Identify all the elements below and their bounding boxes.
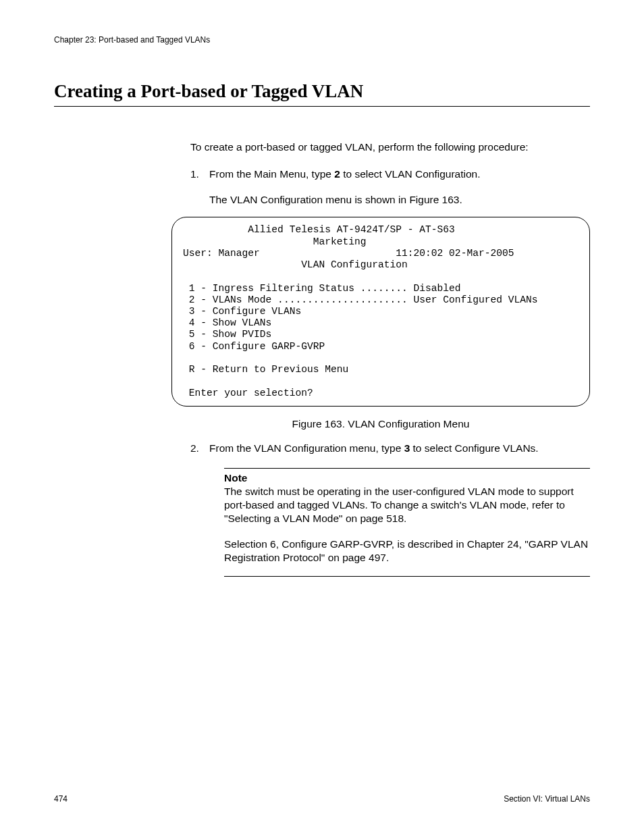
step-number: 2. <box>190 442 209 455</box>
note-paragraph: Selection 6, Configure GARP-GVRP, is des… <box>224 538 590 565</box>
bold-key: 3 <box>404 442 410 454</box>
step-number: 1. <box>190 167 209 181</box>
step-text: From the Main Menu, type 2 to select VLA… <box>209 167 590 181</box>
page-number: 474 <box>54 794 68 804</box>
terminal-option: 1 - Ingress Filtering Status ........ Di… <box>183 283 461 294</box>
figure-caption: Figure 163. VLAN Configuration Menu <box>171 417 590 431</box>
bold-key: 2 <box>334 168 340 180</box>
terminal-prompt: Enter your selection? <box>183 388 313 398</box>
terminal-option: R - Return to Previous Menu <box>183 364 348 375</box>
intro-text: To create a port-based or tagged VLAN, p… <box>190 140 590 154</box>
note-rule-top <box>224 468 590 469</box>
note-paragraph: The switch must be operating in the user… <box>224 485 590 525</box>
terminal-line: VLAN Configuration <box>183 259 408 270</box>
step-text: From the VLAN Configuration menu, type 3… <box>209 442 590 455</box>
terminal-line: Marketing <box>183 236 367 247</box>
terminal-option: 4 - Show VLANs <box>183 317 271 328</box>
note-block: Note The switch must be operating in the… <box>224 468 590 577</box>
step-1-sub: The VLAN Configuration menu is shown in … <box>209 193 590 207</box>
note-label: Note <box>224 471 590 485</box>
text: From the Main Menu, type <box>209 168 334 180</box>
step-1: 1. From the Main Menu, type 2 to select … <box>190 167 590 181</box>
terminal-timestamp: 11:20:02 02-Mar-2005 <box>396 248 514 259</box>
terminal-user: User: Manager <box>183 248 260 259</box>
text: From the VLAN Configuration menu, type <box>209 442 404 454</box>
text: to select VLAN Configuration. <box>340 168 481 180</box>
page-title: Creating a Port-based or Tagged VLAN <box>54 81 590 107</box>
terminal-line: Allied Telesis AT-9424T/SP - AT-S63 <box>183 224 455 235</box>
terminal-option: 3 - Configure VLANs <box>183 306 301 317</box>
terminal-option: 5 - Show PVIDs <box>183 329 271 340</box>
note-rule-bottom <box>224 576 590 577</box>
chapter-header: Chapter 23: Port-based and Tagged VLANs <box>54 35 590 45</box>
text: to select Configure VLANs. <box>410 442 538 454</box>
terminal-option: 2 - VLANs Mode ...................... Us… <box>183 294 537 305</box>
section-label: Section VI: Virtual LANs <box>504 794 590 804</box>
step-2: 2. From the VLAN Configuration menu, typ… <box>190 442 590 455</box>
terminal-option: 6 - Configure GARP-GVRP <box>183 341 325 352</box>
terminal-screen: Allied Telesis AT-9424T/SP - AT-S63 Mark… <box>171 217 590 406</box>
